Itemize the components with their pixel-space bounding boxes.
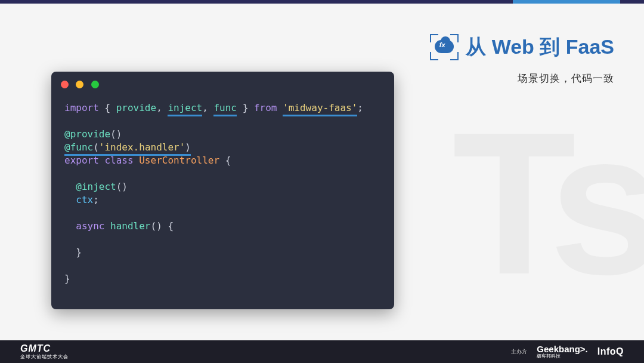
- code-window: import { provide, inject, func } from 'm…: [51, 72, 394, 309]
- ts-watermark: Ts: [452, 101, 644, 304]
- title-block: fx 从 Web 到 FaaS 场景切换，代码一致: [430, 33, 614, 85]
- code-block: import { provide, inject, func } from 'm…: [51, 93, 394, 294]
- maximize-icon: [91, 81, 99, 88]
- top-accent: [513, 0, 620, 4]
- gmtc-logo: GMTC 全球大前端技术大会: [20, 343, 69, 360]
- window-controls: [51, 72, 394, 93]
- footer-bar: GMTC 全球大前端技术大会 主办方 Geekbang>. 极客邦科技 Info…: [0, 340, 644, 363]
- slide-title: 从 Web 到 FaaS: [466, 33, 614, 61]
- title-row: fx 从 Web 到 FaaS: [430, 33, 614, 61]
- slide-subtitle: 场景切换，代码一致: [430, 72, 614, 85]
- minimize-icon: [76, 81, 83, 88]
- infoq-logo: InfoQ: [597, 346, 624, 357]
- geekbang-logo: Geekbang>. 极客邦科技: [537, 344, 587, 359]
- sponsors: 主办方 Geekbang>. 极客邦科技 InfoQ: [511, 344, 624, 359]
- close-icon: [61, 81, 69, 88]
- faas-cloud-icon: fx: [430, 34, 459, 60]
- sponsor-label: 主办方: [511, 348, 527, 356]
